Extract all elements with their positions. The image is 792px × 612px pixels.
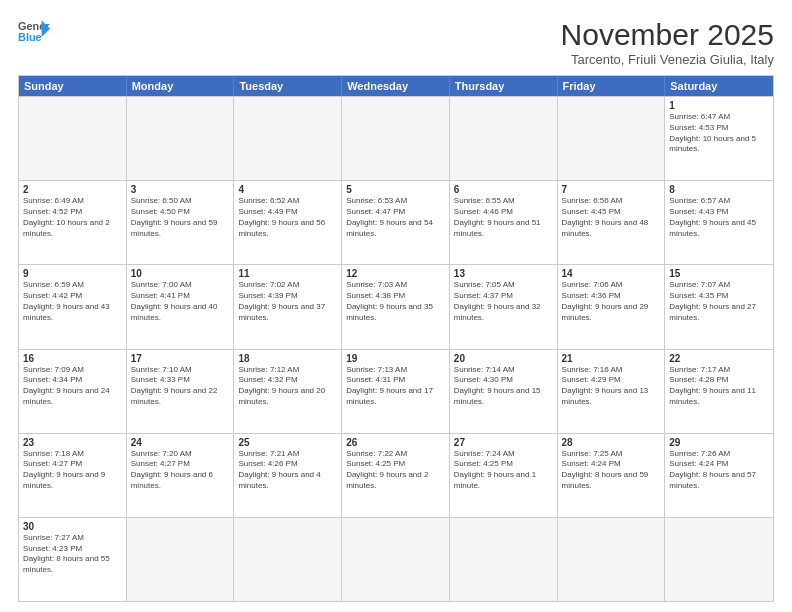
- calendar-cell: 3Sunrise: 6:50 AM Sunset: 4:50 PM Daylig…: [127, 181, 235, 264]
- calendar-cell: 9Sunrise: 6:59 AM Sunset: 4:42 PM Daylig…: [19, 265, 127, 348]
- calendar-cell: 18Sunrise: 7:12 AM Sunset: 4:32 PM Dayli…: [234, 350, 342, 433]
- day-number: 22: [669, 353, 769, 364]
- day-number: 26: [346, 437, 445, 448]
- day-number: 2: [23, 184, 122, 195]
- day-info: Sunrise: 7:02 AM Sunset: 4:39 PM Dayligh…: [238, 280, 337, 323]
- calendar-cell: 20Sunrise: 7:14 AM Sunset: 4:30 PM Dayli…: [450, 350, 558, 433]
- day-number: 14: [562, 268, 661, 279]
- calendar-row-4: 23Sunrise: 7:18 AM Sunset: 4:27 PM Dayli…: [19, 433, 773, 517]
- calendar-cell: 7Sunrise: 6:56 AM Sunset: 4:45 PM Daylig…: [558, 181, 666, 264]
- weekday-header-wednesday: Wednesday: [342, 76, 450, 96]
- calendar-cell: 23Sunrise: 7:18 AM Sunset: 4:27 PM Dayli…: [19, 434, 127, 517]
- calendar-cell: [558, 97, 666, 180]
- calendar-cell: [558, 518, 666, 601]
- calendar-cell: 8Sunrise: 6:57 AM Sunset: 4:43 PM Daylig…: [665, 181, 773, 264]
- calendar-cell: 24Sunrise: 7:20 AM Sunset: 4:27 PM Dayli…: [127, 434, 235, 517]
- calendar-cell: 22Sunrise: 7:17 AM Sunset: 4:28 PM Dayli…: [665, 350, 773, 433]
- day-info: Sunrise: 7:06 AM Sunset: 4:36 PM Dayligh…: [562, 280, 661, 323]
- calendar-cell: 13Sunrise: 7:05 AM Sunset: 4:37 PM Dayli…: [450, 265, 558, 348]
- day-info: Sunrise: 7:03 AM Sunset: 4:38 PM Dayligh…: [346, 280, 445, 323]
- day-number: 16: [23, 353, 122, 364]
- day-number: 20: [454, 353, 553, 364]
- day-info: Sunrise: 7:00 AM Sunset: 4:41 PM Dayligh…: [131, 280, 230, 323]
- calendar-cell: 6Sunrise: 6:55 AM Sunset: 4:46 PM Daylig…: [450, 181, 558, 264]
- day-number: 10: [131, 268, 230, 279]
- weekday-header-monday: Monday: [127, 76, 235, 96]
- calendar: SundayMondayTuesdayWednesdayThursdayFrid…: [18, 75, 774, 602]
- day-info: Sunrise: 7:18 AM Sunset: 4:27 PM Dayligh…: [23, 449, 122, 492]
- day-info: Sunrise: 7:12 AM Sunset: 4:32 PM Dayligh…: [238, 365, 337, 408]
- calendar-cell: 21Sunrise: 7:16 AM Sunset: 4:29 PM Dayli…: [558, 350, 666, 433]
- day-number: 18: [238, 353, 337, 364]
- day-info: Sunrise: 6:47 AM Sunset: 4:53 PM Dayligh…: [669, 112, 769, 155]
- day-info: Sunrise: 6:50 AM Sunset: 4:50 PM Dayligh…: [131, 196, 230, 239]
- calendar-cell: 12Sunrise: 7:03 AM Sunset: 4:38 PM Dayli…: [342, 265, 450, 348]
- day-number: 19: [346, 353, 445, 364]
- day-number: 15: [669, 268, 769, 279]
- main-title: November 2025: [561, 18, 774, 52]
- calendar-header: SundayMondayTuesdayWednesdayThursdayFrid…: [19, 76, 773, 96]
- day-number: 27: [454, 437, 553, 448]
- day-info: Sunrise: 7:16 AM Sunset: 4:29 PM Dayligh…: [562, 365, 661, 408]
- day-number: 13: [454, 268, 553, 279]
- day-number: 4: [238, 184, 337, 195]
- day-number: 17: [131, 353, 230, 364]
- calendar-cell: 15Sunrise: 7:07 AM Sunset: 4:35 PM Dayli…: [665, 265, 773, 348]
- generalblue-logo-icon: General Blue: [18, 18, 50, 46]
- weekday-header-saturday: Saturday: [665, 76, 773, 96]
- calendar-row-5: 30Sunrise: 7:27 AM Sunset: 4:23 PM Dayli…: [19, 517, 773, 601]
- calendar-cell: 4Sunrise: 6:52 AM Sunset: 4:49 PM Daylig…: [234, 181, 342, 264]
- calendar-cell: 25Sunrise: 7:21 AM Sunset: 4:26 PM Dayli…: [234, 434, 342, 517]
- calendar-row-1: 2Sunrise: 6:49 AM Sunset: 4:52 PM Daylig…: [19, 180, 773, 264]
- day-info: Sunrise: 7:07 AM Sunset: 4:35 PM Dayligh…: [669, 280, 769, 323]
- day-info: Sunrise: 7:27 AM Sunset: 4:23 PM Dayligh…: [23, 533, 122, 576]
- calendar-cell: [127, 518, 235, 601]
- calendar-cell: 11Sunrise: 7:02 AM Sunset: 4:39 PM Dayli…: [234, 265, 342, 348]
- day-number: 1: [669, 100, 769, 111]
- calendar-cell: [234, 97, 342, 180]
- calendar-cell: 16Sunrise: 7:09 AM Sunset: 4:34 PM Dayli…: [19, 350, 127, 433]
- weekday-header-tuesday: Tuesday: [234, 76, 342, 96]
- calendar-cell: 19Sunrise: 7:13 AM Sunset: 4:31 PM Dayli…: [342, 350, 450, 433]
- day-info: Sunrise: 6:49 AM Sunset: 4:52 PM Dayligh…: [23, 196, 122, 239]
- day-number: 12: [346, 268, 445, 279]
- day-info: Sunrise: 7:24 AM Sunset: 4:25 PM Dayligh…: [454, 449, 553, 492]
- calendar-cell: 10Sunrise: 7:00 AM Sunset: 4:41 PM Dayli…: [127, 265, 235, 348]
- calendar-cell: 28Sunrise: 7:25 AM Sunset: 4:24 PM Dayli…: [558, 434, 666, 517]
- day-info: Sunrise: 7:22 AM Sunset: 4:25 PM Dayligh…: [346, 449, 445, 492]
- title-block: November 2025 Tarcento, Friuli Venezia G…: [561, 18, 774, 67]
- day-info: Sunrise: 7:14 AM Sunset: 4:30 PM Dayligh…: [454, 365, 553, 408]
- day-number: 23: [23, 437, 122, 448]
- weekday-header-sunday: Sunday: [19, 76, 127, 96]
- calendar-cell: [450, 97, 558, 180]
- weekday-header-friday: Friday: [558, 76, 666, 96]
- svg-text:Blue: Blue: [18, 31, 42, 43]
- header: General Blue November 2025 Tarcento, Fri…: [18, 18, 774, 67]
- day-number: 11: [238, 268, 337, 279]
- day-info: Sunrise: 6:57 AM Sunset: 4:43 PM Dayligh…: [669, 196, 769, 239]
- weekday-header-thursday: Thursday: [450, 76, 558, 96]
- day-number: 9: [23, 268, 122, 279]
- calendar-cell: [19, 97, 127, 180]
- calendar-cell: [450, 518, 558, 601]
- calendar-cell: [127, 97, 235, 180]
- day-number: 28: [562, 437, 661, 448]
- calendar-cell: [665, 518, 773, 601]
- day-number: 29: [669, 437, 769, 448]
- day-info: Sunrise: 6:52 AM Sunset: 4:49 PM Dayligh…: [238, 196, 337, 239]
- day-info: Sunrise: 6:55 AM Sunset: 4:46 PM Dayligh…: [454, 196, 553, 239]
- day-number: 21: [562, 353, 661, 364]
- calendar-cell: 30Sunrise: 7:27 AM Sunset: 4:23 PM Dayli…: [19, 518, 127, 601]
- calendar-row-0: 1Sunrise: 6:47 AM Sunset: 4:53 PM Daylig…: [19, 96, 773, 180]
- day-number: 30: [23, 521, 122, 532]
- day-number: 3: [131, 184, 230, 195]
- day-number: 6: [454, 184, 553, 195]
- calendar-row-2: 9Sunrise: 6:59 AM Sunset: 4:42 PM Daylig…: [19, 264, 773, 348]
- day-info: Sunrise: 7:21 AM Sunset: 4:26 PM Dayligh…: [238, 449, 337, 492]
- day-info: Sunrise: 6:59 AM Sunset: 4:42 PM Dayligh…: [23, 280, 122, 323]
- day-info: Sunrise: 7:05 AM Sunset: 4:37 PM Dayligh…: [454, 280, 553, 323]
- day-info: Sunrise: 7:20 AM Sunset: 4:27 PM Dayligh…: [131, 449, 230, 492]
- calendar-cell: 29Sunrise: 7:26 AM Sunset: 4:24 PM Dayli…: [665, 434, 773, 517]
- calendar-cell: 14Sunrise: 7:06 AM Sunset: 4:36 PM Dayli…: [558, 265, 666, 348]
- day-info: Sunrise: 7:13 AM Sunset: 4:31 PM Dayligh…: [346, 365, 445, 408]
